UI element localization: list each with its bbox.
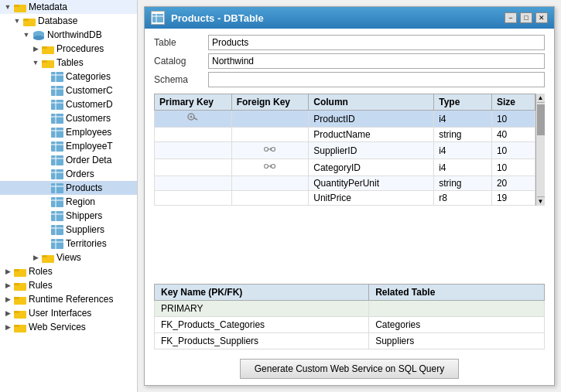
type-cell: string — [434, 128, 492, 142]
form-area: Table Products Catalog Northwind Schema — [145, 29, 554, 94]
pk-cell — [155, 111, 232, 128]
sidebar-item-database[interactable]: ▼ Database — [0, 14, 137, 28]
sidebar-item-label: CustomerD — [66, 99, 113, 110]
svg-rect-32 — [51, 169, 63, 179]
table-row[interactable]: UnitPrice r8 19 — [155, 191, 535, 206]
expand-icon: ▼ — [12, 16, 22, 26]
table-row[interactable]: SupplierID i4 10 — [155, 142, 535, 159]
sidebar-item-label: Orders — [66, 169, 94, 179]
sidebar-item-label: Shippers — [66, 210, 102, 221]
folder-icon — [14, 267, 26, 277]
sidebar-item-procedures[interactable]: ▶ Procedures — [0, 42, 137, 56]
sidebar-item-northwinddb[interactable]: ▼ NorthwindDB — [0, 28, 137, 42]
sidebar-item-orders[interactable]: Orders — [0, 167, 137, 181]
maximize-button[interactable]: □ — [520, 12, 532, 23]
sidebar-item-runtime-refs[interactable]: ▶ Runtime References — [0, 292, 137, 306]
sidebar-item-views[interactable]: ▶ Views — [0, 251, 137, 264]
key-related-cell — [369, 301, 545, 317]
keys-table: Key Name (PK/FK) Related Table PRIMARY F… — [154, 284, 545, 349]
sidebar-item-rules[interactable]: ▶ Rules — [0, 278, 137, 292]
svg-rect-38 — [51, 197, 63, 207]
size-cell: 40 — [491, 128, 535, 142]
fk-cell — [231, 191, 309, 206]
sidebar-item-orderdetail[interactable]: Order Deta — [0, 153, 137, 167]
sidebar-item-customerd[interactable]: CustomerD — [0, 97, 137, 111]
window-icon — [151, 11, 165, 25]
svg-rect-44 — [51, 225, 63, 235]
sidebar-item-employees[interactable]: Employees — [0, 125, 137, 139]
pk-cell — [155, 128, 232, 142]
catalog-value: Northwind — [208, 53, 545, 69]
svg-point-66 — [190, 116, 193, 118]
vertical-scrollbar[interactable]: ▲ ▼ — [535, 94, 545, 206]
sidebar-item-territories[interactable]: Territories — [0, 237, 137, 251]
table-icon — [51, 169, 63, 179]
sidebar-item-suppliers[interactable]: Suppliers — [0, 223, 137, 237]
svg-point-74 — [271, 165, 275, 169]
table-row[interactable]: CategoryID i4 10 — [155, 159, 535, 176]
key-name-cell: FK_Products_Categories — [155, 317, 369, 333]
table-icon — [51, 128, 63, 138]
keys-row[interactable]: FK_Products_Categories Categories — [155, 317, 545, 333]
sidebar-item-customers[interactable]: Customers — [0, 111, 137, 125]
sidebar-item-metadata[interactable]: ▼ Metadata — [0, 0, 137, 14]
keys-row[interactable]: FK_Products_Suppliers Suppliers — [155, 333, 545, 349]
column-cell: UnitPrice — [309, 191, 434, 206]
svg-rect-26 — [51, 141, 63, 152]
table-row[interactable]: QuantityPerUnit string 20 — [155, 176, 535, 191]
catalog-label: Catalog — [154, 56, 208, 66]
expand-icon: ▶ — [31, 253, 40, 262]
sidebar-item-label: Metadata — [29, 2, 67, 12]
sidebar-item-web-services[interactable]: ▶ Web Services — [0, 320, 137, 334]
window-controls: − □ ✕ — [505, 12, 548, 23]
sidebar-item-label: CustomerC — [66, 85, 113, 96]
sidebar-item-products[interactable]: Products — [0, 181, 137, 195]
fk-cell — [231, 111, 309, 128]
folder-icon — [14, 322, 26, 332]
generate-button[interactable]: Generate Custom Web Service on SQL Query — [240, 359, 459, 379]
minimize-button[interactable]: − — [505, 12, 517, 23]
sidebar-item-label: Rules — [29, 280, 53, 291]
size-cell: 10 — [491, 159, 535, 176]
close-button[interactable]: ✕ — [535, 12, 548, 23]
sidebar-item-label: Web Services — [29, 322, 86, 332]
svg-rect-62 — [152, 14, 163, 22]
key-related-cell: Suppliers — [369, 333, 545, 349]
expand-icon — [40, 197, 50, 206]
scroll-thumb[interactable] — [537, 104, 545, 135]
sidebar-item-label: Procedures — [56, 43, 104, 54]
sidebar-item-region[interactable]: Region — [0, 195, 137, 209]
key-icon — [187, 112, 198, 123]
sidebar-item-tables[interactable]: ▼ Tables — [0, 56, 137, 70]
expand-icon — [40, 211, 50, 220]
sidebar-item-categories[interactable]: Categories — [0, 70, 137, 84]
expand-icon — [40, 86, 50, 95]
table-icon — [51, 141, 63, 152]
keys-row-primary[interactable]: PRIMARY — [155, 301, 545, 317]
pk-cell — [155, 191, 232, 206]
sidebar-item-customerc[interactable]: CustomerC — [0, 84, 137, 97]
sidebar-item-label: Products — [66, 182, 102, 193]
svg-rect-3 — [23, 19, 29, 21]
sidebar-item-label: Suppliers — [66, 224, 104, 235]
sidebar-item-employeet[interactable]: EmployeeT — [0, 139, 137, 153]
folder-icon — [14, 308, 26, 319]
table-row[interactable]: ProductName string 40 — [155, 128, 535, 142]
table-icon — [51, 86, 63, 96]
folder-icon — [14, 281, 26, 291]
expand-icon — [40, 225, 50, 234]
sidebar-item-label: Database — [38, 15, 77, 26]
svg-point-70 — [271, 148, 275, 152]
col-header-column: Column — [309, 94, 434, 111]
svg-rect-53 — [14, 269, 19, 271]
sidebar-item-roles[interactable]: ▶ Roles — [0, 264, 137, 278]
key-name-cell: PRIMARY — [155, 301, 369, 317]
svg-rect-1 — [14, 5, 19, 7]
table-row[interactable]: ProductID i4 10 — [155, 111, 535, 128]
sidebar-item-shippers[interactable]: Shippers — [0, 209, 137, 223]
expand-icon — [40, 239, 50, 248]
type-cell: i4 — [434, 142, 492, 159]
table-icon — [51, 155, 63, 165]
sidebar-item-user-interfaces[interactable]: ▶ User Interfaces — [0, 306, 137, 320]
svg-rect-47 — [51, 239, 63, 249]
